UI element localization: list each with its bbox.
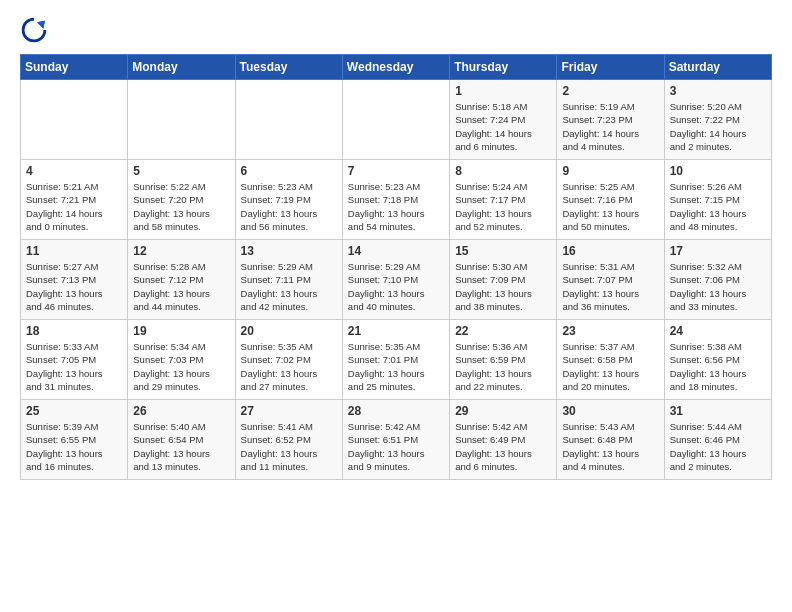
day-number: 19 [133,324,229,338]
day-number: 6 [241,164,337,178]
day-cell: 26Sunrise: 5:40 AM Sunset: 6:54 PM Dayli… [128,400,235,480]
days-header-row: SundayMondayTuesdayWednesdayThursdayFrid… [21,55,772,80]
day-info: Sunrise: 5:23 AM Sunset: 7:19 PM Dayligh… [241,180,337,233]
day-header-saturday: Saturday [664,55,771,80]
day-number: 22 [455,324,551,338]
day-info: Sunrise: 5:37 AM Sunset: 6:58 PM Dayligh… [562,340,658,393]
day-info: Sunrise: 5:30 AM Sunset: 7:09 PM Dayligh… [455,260,551,313]
day-cell: 5Sunrise: 5:22 AM Sunset: 7:20 PM Daylig… [128,160,235,240]
day-number: 18 [26,324,122,338]
week-row-5: 25Sunrise: 5:39 AM Sunset: 6:55 PM Dayli… [21,400,772,480]
day-number: 16 [562,244,658,258]
calendar-table: SundayMondayTuesdayWednesdayThursdayFrid… [20,54,772,480]
day-number: 30 [562,404,658,418]
day-info: Sunrise: 5:26 AM Sunset: 7:15 PM Dayligh… [670,180,766,233]
day-cell: 1Sunrise: 5:18 AM Sunset: 7:24 PM Daylig… [450,80,557,160]
day-header-tuesday: Tuesday [235,55,342,80]
day-number: 24 [670,324,766,338]
day-number: 25 [26,404,122,418]
day-cell: 3Sunrise: 5:20 AM Sunset: 7:22 PM Daylig… [664,80,771,160]
logo-icon [20,16,48,44]
week-row-2: 4Sunrise: 5:21 AM Sunset: 7:21 PM Daylig… [21,160,772,240]
day-number: 2 [562,84,658,98]
day-cell: 14Sunrise: 5:29 AM Sunset: 7:10 PM Dayli… [342,240,449,320]
day-cell: 18Sunrise: 5:33 AM Sunset: 7:05 PM Dayli… [21,320,128,400]
day-number: 26 [133,404,229,418]
day-number: 28 [348,404,444,418]
day-number: 11 [26,244,122,258]
day-number: 5 [133,164,229,178]
day-header-sunday: Sunday [21,55,128,80]
day-cell [21,80,128,160]
day-info: Sunrise: 5:33 AM Sunset: 7:05 PM Dayligh… [26,340,122,393]
day-cell: 17Sunrise: 5:32 AM Sunset: 7:06 PM Dayli… [664,240,771,320]
day-header-wednesday: Wednesday [342,55,449,80]
day-info: Sunrise: 5:38 AM Sunset: 6:56 PM Dayligh… [670,340,766,393]
day-cell: 21Sunrise: 5:35 AM Sunset: 7:01 PM Dayli… [342,320,449,400]
day-info: Sunrise: 5:31 AM Sunset: 7:07 PM Dayligh… [562,260,658,313]
day-cell: 30Sunrise: 5:43 AM Sunset: 6:48 PM Dayli… [557,400,664,480]
day-info: Sunrise: 5:39 AM Sunset: 6:55 PM Dayligh… [26,420,122,473]
day-cell: 15Sunrise: 5:30 AM Sunset: 7:09 PM Dayli… [450,240,557,320]
day-info: Sunrise: 5:34 AM Sunset: 7:03 PM Dayligh… [133,340,229,393]
page: SundayMondayTuesdayWednesdayThursdayFrid… [0,0,792,490]
day-number: 21 [348,324,444,338]
day-cell: 27Sunrise: 5:41 AM Sunset: 6:52 PM Dayli… [235,400,342,480]
day-cell: 12Sunrise: 5:28 AM Sunset: 7:12 PM Dayli… [128,240,235,320]
day-cell: 7Sunrise: 5:23 AM Sunset: 7:18 PM Daylig… [342,160,449,240]
day-number: 23 [562,324,658,338]
day-info: Sunrise: 5:20 AM Sunset: 7:22 PM Dayligh… [670,100,766,153]
day-number: 31 [670,404,766,418]
day-cell: 31Sunrise: 5:44 AM Sunset: 6:46 PM Dayli… [664,400,771,480]
header [20,16,772,44]
day-cell: 22Sunrise: 5:36 AM Sunset: 6:59 PM Dayli… [450,320,557,400]
day-info: Sunrise: 5:41 AM Sunset: 6:52 PM Dayligh… [241,420,337,473]
day-cell: 2Sunrise: 5:19 AM Sunset: 7:23 PM Daylig… [557,80,664,160]
day-cell: 4Sunrise: 5:21 AM Sunset: 7:21 PM Daylig… [21,160,128,240]
day-number: 29 [455,404,551,418]
day-cell: 20Sunrise: 5:35 AM Sunset: 7:02 PM Dayli… [235,320,342,400]
day-cell: 11Sunrise: 5:27 AM Sunset: 7:13 PM Dayli… [21,240,128,320]
day-info: Sunrise: 5:21 AM Sunset: 7:21 PM Dayligh… [26,180,122,233]
day-info: Sunrise: 5:35 AM Sunset: 7:01 PM Dayligh… [348,340,444,393]
day-number: 10 [670,164,766,178]
day-number: 14 [348,244,444,258]
day-info: Sunrise: 5:42 AM Sunset: 6:51 PM Dayligh… [348,420,444,473]
day-number: 4 [26,164,122,178]
day-cell: 19Sunrise: 5:34 AM Sunset: 7:03 PM Dayli… [128,320,235,400]
day-info: Sunrise: 5:27 AM Sunset: 7:13 PM Dayligh… [26,260,122,313]
day-info: Sunrise: 5:22 AM Sunset: 7:20 PM Dayligh… [133,180,229,233]
day-info: Sunrise: 5:36 AM Sunset: 6:59 PM Dayligh… [455,340,551,393]
day-cell: 10Sunrise: 5:26 AM Sunset: 7:15 PM Dayli… [664,160,771,240]
day-info: Sunrise: 5:28 AM Sunset: 7:12 PM Dayligh… [133,260,229,313]
day-info: Sunrise: 5:32 AM Sunset: 7:06 PM Dayligh… [670,260,766,313]
day-info: Sunrise: 5:40 AM Sunset: 6:54 PM Dayligh… [133,420,229,473]
day-number: 7 [348,164,444,178]
day-cell: 25Sunrise: 5:39 AM Sunset: 6:55 PM Dayli… [21,400,128,480]
day-cell: 9Sunrise: 5:25 AM Sunset: 7:16 PM Daylig… [557,160,664,240]
day-number: 15 [455,244,551,258]
week-row-1: 1Sunrise: 5:18 AM Sunset: 7:24 PM Daylig… [21,80,772,160]
day-cell: 24Sunrise: 5:38 AM Sunset: 6:56 PM Dayli… [664,320,771,400]
day-info: Sunrise: 5:25 AM Sunset: 7:16 PM Dayligh… [562,180,658,233]
day-info: Sunrise: 5:29 AM Sunset: 7:10 PM Dayligh… [348,260,444,313]
week-row-4: 18Sunrise: 5:33 AM Sunset: 7:05 PM Dayli… [21,320,772,400]
day-cell [128,80,235,160]
day-info: Sunrise: 5:44 AM Sunset: 6:46 PM Dayligh… [670,420,766,473]
day-info: Sunrise: 5:42 AM Sunset: 6:49 PM Dayligh… [455,420,551,473]
day-cell: 29Sunrise: 5:42 AM Sunset: 6:49 PM Dayli… [450,400,557,480]
day-cell: 23Sunrise: 5:37 AM Sunset: 6:58 PM Dayli… [557,320,664,400]
day-number: 3 [670,84,766,98]
day-info: Sunrise: 5:18 AM Sunset: 7:24 PM Dayligh… [455,100,551,153]
day-cell [342,80,449,160]
day-number: 8 [455,164,551,178]
week-row-3: 11Sunrise: 5:27 AM Sunset: 7:13 PM Dayli… [21,240,772,320]
day-cell: 13Sunrise: 5:29 AM Sunset: 7:11 PM Dayli… [235,240,342,320]
day-info: Sunrise: 5:23 AM Sunset: 7:18 PM Dayligh… [348,180,444,233]
day-number: 17 [670,244,766,258]
day-cell: 28Sunrise: 5:42 AM Sunset: 6:51 PM Dayli… [342,400,449,480]
logo [20,16,52,44]
day-number: 13 [241,244,337,258]
day-cell [235,80,342,160]
day-info: Sunrise: 5:35 AM Sunset: 7:02 PM Dayligh… [241,340,337,393]
